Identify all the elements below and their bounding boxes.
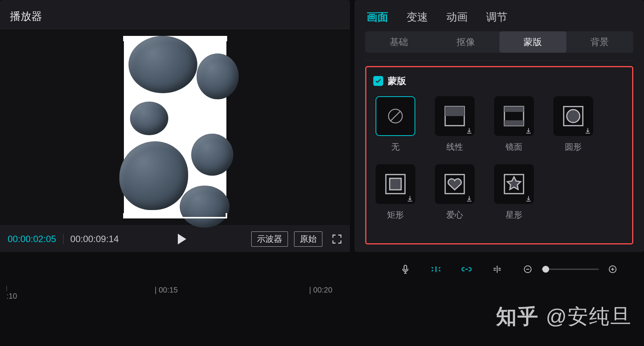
zhihu-logo: 知乎 [496, 303, 539, 331]
zoom-slider[interactable] [542, 268, 599, 270]
mask-enable-checkbox[interactable] [373, 76, 383, 86]
divider [365, 60, 633, 61]
svg-line-1 [391, 112, 400, 121]
timeline-ruler[interactable]: :10 | 00:15 | 00:20 [0, 283, 644, 306]
secondary-tabs: 基础 抠像 蒙版 背景 [365, 31, 633, 53]
mask-item-linear[interactable]: 线性 [433, 96, 476, 153]
fullscreen-icon[interactable] [332, 234, 342, 244]
mask-mirror-label: 镜面 [506, 141, 522, 153]
mask-grid: 无 线性 [373, 96, 595, 221]
watermark-author: @安纯旦 [546, 303, 632, 331]
clip-frame[interactable] [124, 37, 226, 217]
mask-linear-label: 线性 [446, 141, 463, 153]
mic-button[interactable] [397, 261, 414, 278]
svg-point-8 [567, 110, 580, 123]
subtab-basic[interactable]: 基础 [365, 31, 432, 53]
magnet-button[interactable] [428, 261, 444, 278]
mask-item-rect[interactable]: 矩形 [373, 164, 417, 221]
svg-rect-3 [445, 107, 464, 116]
tab-picture[interactable]: 画面 [367, 10, 388, 24]
play-icon [178, 234, 186, 244]
zoom-controls [519, 261, 621, 278]
timecode-total: 00:00:09:14 [70, 234, 119, 244]
mask-item-circle[interactable]: 圆形 [551, 96, 595, 153]
mask-heart-icon [435, 164, 475, 204]
tab-adjust[interactable]: 调节 [486, 10, 507, 24]
download-icon [584, 127, 592, 134]
mask-item-heart[interactable]: 爱心 [433, 164, 476, 221]
mask-mirror-icon [494, 96, 534, 136]
tab-animation[interactable]: 动画 [446, 10, 468, 24]
svg-rect-10 [390, 178, 401, 190]
split-button[interactable] [489, 261, 506, 278]
zoom-in-button[interactable] [604, 261, 621, 278]
primary-tabs: 画面 变速 动画 调节 [365, 0, 633, 31]
download-icon [465, 127, 473, 134]
subtab-mask[interactable]: 蒙版 [499, 31, 566, 53]
play-button[interactable] [119, 234, 245, 244]
mask-item-none[interactable]: 无 [373, 96, 417, 153]
properties-panel: 画面 变速 动画 调节 基础 抠像 蒙版 背景 蒙版 [355, 0, 644, 252]
mask-section-title: 蒙版 [388, 75, 406, 87]
tab-speed[interactable]: 变速 [407, 10, 428, 24]
subtab-background[interactable]: 背景 [566, 31, 633, 53]
original-button[interactable]: 原始 [294, 231, 322, 247]
ruler-label: | 00:15 [154, 286, 178, 294]
mask-heart-label: 爱心 [446, 209, 463, 221]
mask-star-label: 星形 [506, 209, 522, 221]
timecode-current: 00:00:02:05 [8, 234, 56, 244]
ruler-label: :10 [7, 292, 17, 300]
mask-linear-icon [435, 96, 475, 136]
svg-rect-6 [504, 120, 524, 126]
ruler-label: | 00:20 [309, 286, 332, 294]
zoom-thumb[interactable] [542, 266, 549, 273]
download-icon [406, 195, 414, 202]
player-title: 播放器 [0, 0, 350, 29]
svg-rect-13 [404, 265, 407, 270]
zoom-out-button[interactable] [519, 261, 536, 278]
link-button[interactable] [458, 261, 475, 278]
player-canvas[interactable] [0, 29, 350, 225]
mask-none-label: 无 [391, 141, 400, 153]
mask-item-star[interactable]: 星形 [492, 164, 536, 221]
mask-star-icon [494, 164, 534, 204]
download-icon [465, 195, 473, 202]
mask-section: 蒙版 无 [365, 66, 633, 244]
mask-circle-icon [553, 96, 593, 136]
waveform-scope-button[interactable]: 示波器 [251, 231, 288, 247]
download-icon [525, 127, 532, 134]
mask-rect-label: 矩形 [387, 209, 404, 221]
mask-none-icon [376, 96, 415, 136]
timeline-toolbar [0, 256, 644, 283]
player-controls: 00:00:02:05 00:00:09:14 示波器 原始 [0, 225, 350, 252]
svg-rect-5 [504, 107, 524, 112]
timecode-separator [63, 234, 63, 244]
mask-item-mirror[interactable]: 镜面 [492, 96, 536, 153]
watermark: 知乎 @安纯旦 [496, 303, 632, 331]
player-panel: 播放器 00:00:02:05 00:00:09:14 示波器 原始 [0, 0, 350, 252]
mask-circle-label: 圆形 [565, 141, 582, 153]
download-icon [525, 195, 532, 202]
subtab-cutout[interactable]: 抠像 [432, 31, 499, 53]
mask-rect-icon [376, 164, 415, 204]
